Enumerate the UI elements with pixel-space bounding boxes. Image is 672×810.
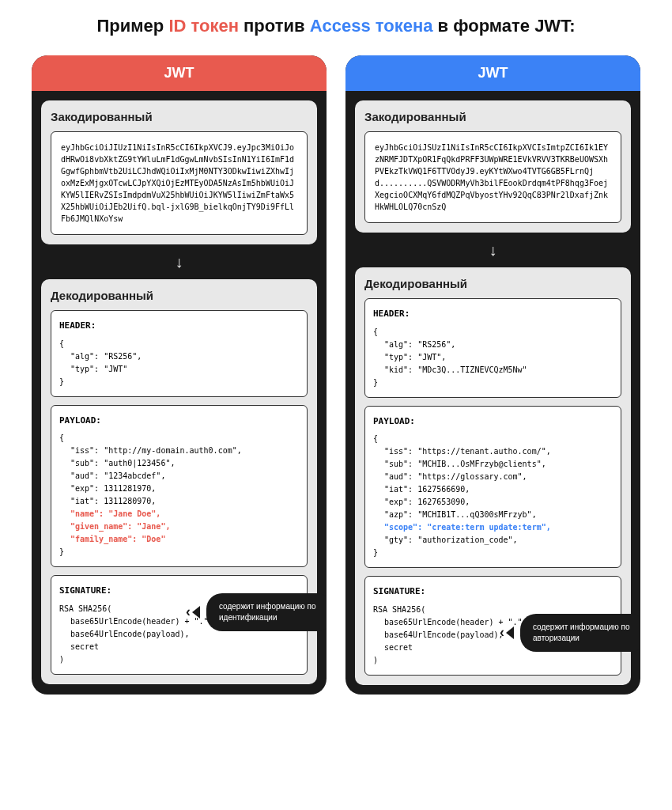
encoded-section-left: Закодированный eyJhbGciOiJIUzI1NiIsInR5c…: [41, 100, 317, 244]
encoded-label: Закодированный: [51, 110, 308, 123]
decoded-label: Декодированный: [51, 289, 308, 302]
payload-box-right: PAYLOAD: { "iss": "https://tenant.autho.…: [364, 406, 621, 569]
name-claim: "name": "Jane Doe",: [59, 508, 299, 520]
header-box-right: HEADER: { "alg": "RS256", "typ": "JWT", …: [364, 298, 621, 398]
arrow-down-icon: ↓: [32, 254, 327, 270]
cards-row: JWT Закодированный eyJhbGciOiJIUzI1NiIsI…: [32, 55, 640, 695]
family-name-claim: "family_name": "Doe": [59, 533, 299, 546]
page-title: Пример ID токен против Access токена в ф…: [32, 16, 640, 36]
chevron-left-icon: ‹: [500, 623, 504, 642]
scope-claim: "scope": "create:term update:term",: [373, 521, 613, 534]
encoded-token-left: eyJhbGciOiJIUzI1NiIsInR5cCI6IkpXVCJ9.eyJ…: [51, 131, 308, 235]
encoded-section-right: Закодированный eyJhbGciOiJSUzI1NiIsInR5c…: [355, 100, 631, 233]
access-token-label: Access токена: [310, 16, 433, 36]
card-header-left: JWT: [32, 55, 327, 91]
access-tooltip: ‹ содержит информацию по авторизации: [520, 614, 640, 652]
id-token-label: ID токен: [168, 16, 239, 36]
chevron-left-icon: ‹: [186, 602, 191, 622]
card-header-right: JWT: [345, 55, 640, 91]
header-box-left: HEADER: { "alg": "RS256", "typ": "JWT" }: [51, 310, 308, 397]
decoded-label: Декодированный: [364, 277, 621, 290]
encoded-label: Закодированный: [364, 110, 621, 123]
encoded-token-right: eyJhbGciOiJSUzI1NiIsInR5cCI6IkpXVCIsImtp…: [364, 131, 621, 223]
id-token-card: JWT Закодированный eyJhbGciOiJIUzI1NiIsI…: [32, 55, 327, 695]
arrow-down-icon: ↓: [345, 242, 640, 258]
id-tooltip: ‹ содержит информацию по идентификации: [206, 593, 327, 631]
access-token-card: JWT Закодированный eyJhbGciOiJSUzI1NiIsI…: [345, 55, 640, 695]
given-name-claim: "given_name": "Jane",: [59, 520, 299, 533]
payload-box-left: PAYLOAD: { "iss": "http://my-domain.auth…: [51, 405, 308, 568]
